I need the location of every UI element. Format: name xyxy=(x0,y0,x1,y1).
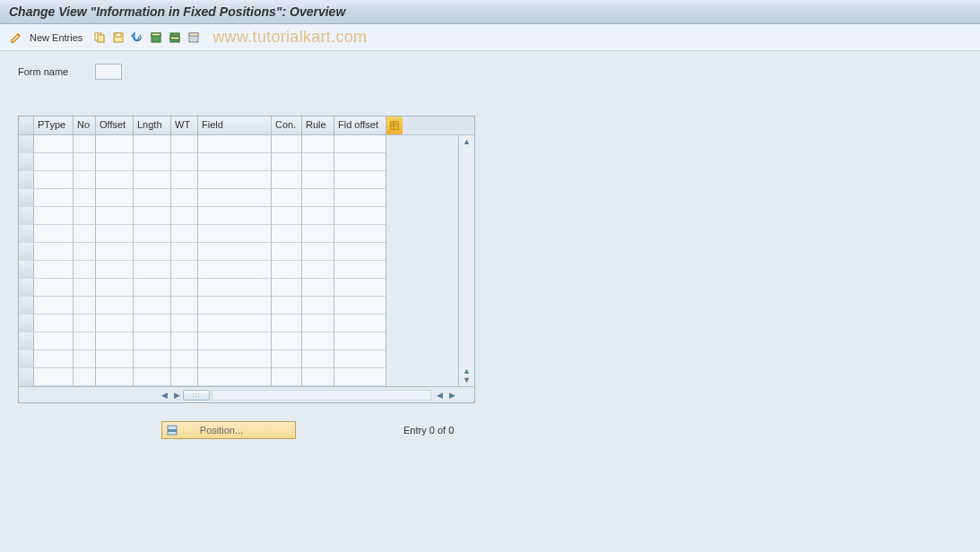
row-selector[interactable] xyxy=(19,225,34,243)
cell-lngth[interactable] xyxy=(134,332,171,350)
cell-ptype[interactable] xyxy=(34,279,74,297)
cell-fldoffset[interactable] xyxy=(334,153,386,171)
cell-no[interactable] xyxy=(74,153,96,171)
cell-rule[interactable] xyxy=(302,189,334,207)
table-settings-icon[interactable] xyxy=(386,116,403,134)
col-offset[interactable]: Offset xyxy=(96,116,134,134)
scroll-right-end-icon[interactable]: ▶ xyxy=(446,391,458,400)
cell-fldoffset[interactable] xyxy=(334,297,386,315)
row-selector[interactable] xyxy=(19,279,34,297)
row-selector[interactable] xyxy=(19,315,34,332)
cell-field[interactable] xyxy=(198,332,272,350)
cell-con[interactable] xyxy=(272,368,302,386)
cell-wt[interactable] xyxy=(171,368,198,386)
row-selector[interactable] xyxy=(19,153,34,171)
cell-ptype[interactable] xyxy=(34,171,74,189)
cell-fldoffset[interactable] xyxy=(334,189,386,207)
row-selector[interactable] xyxy=(19,261,34,279)
horizontal-scrollbar[interactable]: ◀ ▶ ::: ◀ ▶ xyxy=(19,386,474,402)
table-row[interactable] xyxy=(19,279,458,297)
table-row[interactable] xyxy=(19,332,458,350)
table-row[interactable] xyxy=(19,189,458,207)
table-row[interactable] xyxy=(19,171,458,189)
cell-offset[interactable] xyxy=(96,315,134,332)
col-fldoffset[interactable]: Fld offset xyxy=(334,116,386,134)
cell-lngth[interactable] xyxy=(134,279,171,297)
cell-rule[interactable] xyxy=(302,207,334,225)
cell-offset[interactable] xyxy=(96,207,134,225)
cell-con[interactable] xyxy=(272,243,302,261)
col-lngth[interactable]: Lngth xyxy=(134,116,171,134)
cell-field[interactable] xyxy=(198,279,272,297)
cell-wt[interactable] xyxy=(171,350,198,368)
cell-offset[interactable] xyxy=(96,225,134,243)
cell-con[interactable] xyxy=(272,350,302,368)
table-row[interactable] xyxy=(19,135,458,153)
deselect-icon[interactable] xyxy=(186,30,201,45)
scroll-right-icon[interactable]: ▶ xyxy=(170,391,183,400)
cell-fldoffset[interactable] xyxy=(334,279,386,297)
cell-con[interactable] xyxy=(272,153,302,171)
cell-con[interactable] xyxy=(272,315,302,332)
cell-rule[interactable] xyxy=(302,368,334,386)
select-all-rows[interactable] xyxy=(19,116,34,134)
cell-con[interactable] xyxy=(272,189,302,207)
table-row[interactable] xyxy=(19,225,458,243)
cell-wt[interactable] xyxy=(171,207,198,225)
cell-offset[interactable] xyxy=(96,243,134,261)
cell-rule[interactable] xyxy=(302,171,334,189)
row-selector[interactable] xyxy=(19,297,34,315)
cell-lngth[interactable] xyxy=(134,153,171,171)
col-wt[interactable]: WT xyxy=(171,116,198,134)
cell-field[interactable] xyxy=(198,153,272,171)
cell-wt[interactable] xyxy=(171,279,198,297)
cell-ptype[interactable] xyxy=(34,135,74,153)
cell-fldoffset[interactable] xyxy=(334,350,386,368)
cell-no[interactable] xyxy=(74,297,96,315)
row-selector[interactable] xyxy=(19,350,34,368)
cell-wt[interactable] xyxy=(171,135,198,153)
new-entries-button[interactable]: New Entries xyxy=(30,32,82,43)
cell-field[interactable] xyxy=(198,243,272,261)
cell-no[interactable] xyxy=(74,350,96,368)
cell-no[interactable] xyxy=(74,279,96,297)
scroll-up-icon[interactable]: ▲ xyxy=(463,137,471,146)
cell-rule[interactable] xyxy=(302,279,334,297)
cell-rule[interactable] xyxy=(302,297,334,315)
table-row[interactable] xyxy=(19,315,458,332)
cell-fldoffset[interactable] xyxy=(334,368,386,386)
col-con[interactable]: Con. xyxy=(272,116,302,134)
cell-ptype[interactable] xyxy=(34,261,74,279)
row-selector[interactable] xyxy=(19,332,34,350)
cell-lngth[interactable] xyxy=(134,243,171,261)
cell-field[interactable] xyxy=(198,368,272,386)
scroll-down-icon[interactable]: ▼ xyxy=(463,375,471,384)
cell-wt[interactable] xyxy=(171,243,198,261)
cell-offset[interactable] xyxy=(96,350,134,368)
cell-lngth[interactable] xyxy=(134,135,171,153)
cell-fldoffset[interactable] xyxy=(334,171,386,189)
row-selector[interactable] xyxy=(19,243,34,261)
cell-rule[interactable] xyxy=(302,153,334,171)
cell-fldoffset[interactable] xyxy=(334,332,386,350)
cell-offset[interactable] xyxy=(96,368,134,386)
cell-rule[interactable] xyxy=(302,315,334,332)
select-all-icon[interactable] xyxy=(149,30,163,45)
col-rule[interactable]: Rule xyxy=(302,116,334,134)
cell-ptype[interactable] xyxy=(34,350,74,368)
cell-no[interactable] xyxy=(74,368,96,386)
cell-fldoffset[interactable] xyxy=(334,243,386,261)
cell-fldoffset[interactable] xyxy=(334,135,386,153)
table-row[interactable] xyxy=(19,261,458,279)
save-variant-icon[interactable] xyxy=(111,30,126,45)
scroll-up-step-icon[interactable]: ▲ xyxy=(463,367,471,375)
cell-con[interactable] xyxy=(272,171,302,189)
cell-field[interactable] xyxy=(198,261,272,279)
cell-no[interactable] xyxy=(74,243,96,261)
cell-offset[interactable] xyxy=(96,135,134,153)
cell-fldoffset[interactable] xyxy=(334,261,386,279)
cell-con[interactable] xyxy=(272,135,302,153)
cell-lngth[interactable] xyxy=(134,225,171,243)
row-selector[interactable] xyxy=(19,189,34,207)
cell-rule[interactable] xyxy=(302,135,334,153)
